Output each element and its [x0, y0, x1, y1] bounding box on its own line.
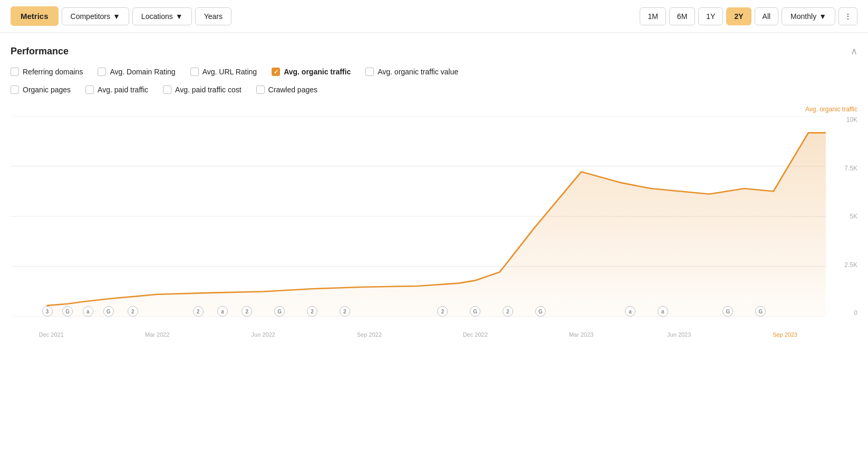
checkbox-box-avg_organic	[272, 68, 280, 76]
time-6m-button[interactable]: 6M	[669, 7, 695, 25]
locations-button[interactable]: Locations ▼	[132, 7, 192, 25]
event-marker-2: a	[83, 306, 93, 317]
time-1y-button[interactable]: 1Y	[698, 7, 723, 25]
checkbox-label-avg_paid: Avg. paid traffic	[98, 85, 148, 94]
checkbox-label-avg_organic: Avg. organic traffic	[284, 68, 351, 76]
checkbox-label-organic_pages: Organic pages	[23, 85, 71, 94]
time-all-button[interactable]: All	[755, 7, 779, 25]
x-label-Jun-2022: Jun 2022	[252, 331, 275, 338]
chart-svg-container	[11, 116, 826, 317]
checkbox-label-ref_domains: Referring domains	[23, 68, 83, 76]
event-marker-18: G	[755, 306, 766, 317]
checkbox-crawled_pages[interactable]: Crawled pages	[256, 85, 317, 94]
chevron-down-icon: ▼	[819, 12, 826, 21]
frequency-button[interactable]: Monthly ▼	[782, 7, 835, 25]
event-marker-6: a	[217, 306, 228, 317]
checkbox-box-avg_dr	[98, 68, 106, 76]
checkbox-box-avg_paid_cost	[163, 85, 171, 94]
checkbox-label-avg_paid_cost: Avg. paid traffic cost	[175, 85, 242, 94]
checkbox-label-avg_ur: Avg. URL Rating	[202, 68, 257, 76]
checkbox-ref_domains[interactable]: Referring domains	[11, 68, 83, 76]
event-marker-15: a	[625, 306, 635, 317]
checkbox-label-avg_dr: Avg. Domain Rating	[110, 68, 175, 76]
event-marker-3: G	[103, 306, 114, 317]
checkbox-avg_organic[interactable]: Avg. organic traffic	[272, 68, 351, 76]
event-marker-9: 2	[307, 306, 317, 317]
chart-area-fill	[47, 133, 826, 317]
checkbox-box-organic_pages	[11, 85, 19, 94]
time-controls: 1M 6M 1Y 2Y All Monthly ▼ ⋮	[640, 7, 857, 25]
event-marker-17: G	[722, 306, 733, 317]
chart-legend-label: Avg. organic traffic	[805, 106, 857, 113]
collapse-icon[interactable]: ∧	[851, 45, 857, 57]
checkbox-organic_pages[interactable]: Organic pages	[11, 85, 71, 94]
checkbox-box-avg_ur	[190, 68, 199, 76]
x-axis-labels: Dec 2021Mar 2022Jun 2022Sep 2022Dec 2022…	[11, 317, 826, 338]
chevron-down-icon: ▼	[113, 12, 120, 21]
time-1m-button[interactable]: 1M	[640, 7, 666, 25]
event-marker-13: 2	[503, 306, 513, 317]
x-label-Mar-2023: Mar 2023	[569, 331, 593, 338]
y-label-2.5K: 2.5K	[844, 261, 857, 269]
x-label-Mar-2022: Mar 2022	[145, 331, 169, 338]
event-marker-1: G	[62, 306, 73, 317]
event-marker-12: G	[470, 306, 480, 317]
event-marker-7: 2	[242, 306, 252, 317]
x-label-Sep-2022: Sep 2022	[357, 331, 382, 338]
event-marker-10: 2	[340, 306, 350, 317]
years-button[interactable]: Years	[195, 7, 232, 25]
checkbox-avg_paid_cost[interactable]: Avg. paid traffic cost	[163, 85, 242, 94]
event-marker-14: G	[535, 306, 546, 317]
more-options-button[interactable]: ⋮	[838, 7, 857, 25]
checkbox-avg_dr[interactable]: Avg. Domain Rating	[98, 68, 175, 76]
event-marker-11: 2	[437, 306, 448, 317]
main-content: Performance ∧ Referring domainsAvg. Doma…	[0, 33, 868, 338]
checkbox-box-crawled_pages	[256, 85, 265, 94]
event-marker-0: 3	[42, 306, 53, 317]
event-marker-4: 2	[128, 306, 138, 317]
y-label-5K: 5K	[850, 213, 857, 220]
event-marker-8: G	[274, 306, 285, 317]
time-2y-button[interactable]: 2Y	[726, 7, 751, 25]
section-title: Performance	[11, 46, 69, 57]
chevron-down-icon: ▼	[176, 12, 183, 21]
chart-area: Avg. organic traffic	[11, 106, 857, 338]
checkbox-label-crawled_pages: Crawled pages	[268, 85, 317, 94]
nav-buttons: Metrics Competitors ▼ Locations ▼ Years	[11, 6, 232, 26]
checkbox-box-avg_paid	[85, 85, 94, 94]
x-label-Sep-2023: Sep 2023	[773, 331, 797, 338]
y-axis-labels: 10K7.5K5K2.5K0	[844, 116, 857, 317]
checkbox-box-avg_organic_value	[365, 68, 374, 76]
x-label-Dec-2022: Dec 2022	[463, 331, 488, 338]
top-bar: Metrics Competitors ▼ Locations ▼ Years …	[0, 0, 868, 33]
y-label-7.5K: 7.5K	[844, 165, 857, 172]
checkbox-label-avg_organic_value: Avg. organic traffic value	[378, 68, 458, 76]
chart-svg	[11, 116, 826, 317]
checkbox-avg_organic_value[interactable]: Avg. organic traffic value	[365, 68, 458, 76]
x-label-Dec-2021: Dec 2021	[39, 331, 64, 338]
competitors-button[interactable]: Competitors ▼	[62, 7, 129, 25]
event-marker-5: 2	[193, 306, 204, 317]
section-header: Performance ∧	[11, 45, 857, 57]
checkboxes-row-2: Organic pagesAvg. paid trafficAvg. paid …	[11, 85, 857, 99]
checkboxes-row-1: Referring domainsAvg. Domain RatingAvg. …	[11, 68, 857, 81]
x-label-Jun-2023: Jun 2023	[667, 331, 691, 338]
y-label-10K: 10K	[846, 116, 857, 123]
metrics-button[interactable]: Metrics	[11, 6, 59, 26]
event-marker-16: a	[658, 306, 668, 317]
y-label-0: 0	[854, 309, 857, 317]
checkbox-box-ref_domains	[11, 68, 19, 76]
checkbox-avg_paid[interactable]: Avg. paid traffic	[85, 85, 148, 94]
checkbox-avg_ur[interactable]: Avg. URL Rating	[190, 68, 257, 76]
